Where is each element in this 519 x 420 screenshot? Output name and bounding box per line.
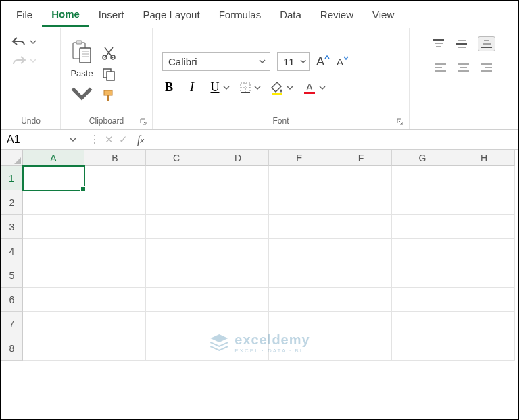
cell-E6[interactable] — [269, 288, 330, 312]
cell-F8[interactable] — [330, 336, 392, 361]
enter-icon[interactable]: ✓ — [119, 134, 128, 146]
chevron-down-icon[interactable] — [70, 136, 76, 143]
chevron-down-icon[interactable] — [254, 84, 261, 91]
cell-H4[interactable] — [453, 239, 515, 263]
borders-button[interactable] — [239, 82, 251, 94]
clipboard-launcher[interactable] — [139, 117, 148, 126]
undo-button[interactable] — [11, 35, 36, 49]
cell-G3[interactable] — [392, 215, 453, 239]
chevron-down-icon[interactable] — [30, 38, 36, 45]
cell-E7[interactable] — [269, 312, 330, 336]
tab-file[interactable]: File — [7, 3, 42, 26]
cell-C8[interactable] — [146, 336, 207, 361]
row-header-8[interactable]: 8 — [1, 336, 23, 361]
cell-A4[interactable] — [23, 239, 84, 263]
cell-F5[interactable] — [330, 263, 392, 288]
cell-H7[interactable] — [453, 312, 515, 336]
cell-D1[interactable] — [207, 166, 269, 190]
cell-B7[interactable] — [84, 312, 146, 336]
cell-D7[interactable] — [207, 312, 269, 336]
row-header-2[interactable]: 2 — [1, 190, 23, 215]
cell-G1[interactable] — [392, 166, 453, 190]
cell-A2[interactable] — [23, 190, 84, 215]
cancel-icon[interactable]: ✕ — [105, 134, 114, 146]
bold-button[interactable]: B — [162, 80, 176, 95]
cell-G8[interactable] — [392, 336, 453, 361]
cell-B5[interactable] — [84, 263, 146, 288]
cell-B1[interactable] — [84, 166, 146, 190]
col-header-f[interactable]: F — [330, 150, 392, 166]
chevron-down-icon[interactable] — [223, 84, 230, 91]
cell-H3[interactable] — [453, 215, 515, 239]
cell-G7[interactable] — [392, 312, 453, 336]
row-header-1[interactable]: 1 — [1, 166, 23, 190]
cell-F2[interactable] — [330, 190, 392, 215]
cell-E4[interactable] — [269, 239, 330, 263]
chevron-down-icon[interactable] — [287, 84, 293, 91]
cell-D6[interactable] — [207, 288, 269, 312]
cell-A8[interactable] — [23, 336, 84, 361]
increase-font-button[interactable]: A — [316, 55, 330, 69]
cell-C7[interactable] — [146, 312, 207, 336]
cell-A5[interactable] — [23, 263, 84, 288]
dots-icon[interactable]: ⋮ — [89, 133, 99, 146]
col-header-h[interactable]: H — [453, 150, 515, 166]
cell-C3[interactable] — [146, 215, 207, 239]
fx-icon[interactable]: fx — [133, 134, 148, 146]
formula-input[interactable] — [155, 130, 518, 149]
italic-button[interactable]: I — [185, 80, 199, 95]
tab-view[interactable]: View — [363, 3, 403, 26]
cell-B2[interactable] — [84, 190, 146, 215]
tab-insert[interactable]: Insert — [89, 3, 134, 26]
row-header-4[interactable]: 4 — [1, 239, 23, 263]
tab-review[interactable]: Review — [311, 3, 363, 26]
paste-button[interactable]: Paste — [66, 37, 97, 109]
decrease-font-button[interactable]: A — [337, 56, 349, 68]
col-header-d[interactable]: D — [207, 150, 269, 166]
align-left-button[interactable] — [434, 62, 447, 73]
tab-formulas[interactable]: Formulas — [209, 3, 271, 26]
cell-F1[interactable] — [330, 166, 392, 190]
cell-C4[interactable] — [146, 239, 207, 263]
font-launcher[interactable] — [395, 117, 405, 126]
cell-D2[interactable] — [207, 190, 269, 215]
cell-F4[interactable] — [330, 239, 392, 263]
align-middle-button[interactable] — [455, 36, 468, 51]
cell-C2[interactable] — [146, 190, 207, 215]
row-header-3[interactable]: 3 — [1, 215, 23, 239]
chevron-down-icon[interactable] — [319, 84, 326, 91]
cell-D8[interactable] — [207, 336, 269, 361]
cell-F7[interactable] — [330, 312, 392, 336]
name-box[interactable]: A1 — [1, 130, 82, 149]
copy-button[interactable] — [101, 67, 116, 82]
align-right-button[interactable] — [480, 62, 493, 73]
col-header-e[interactable]: E — [269, 150, 330, 166]
cell-B8[interactable] — [84, 336, 146, 361]
cell-A6[interactable] — [23, 288, 84, 312]
tab-home[interactable]: Home — [42, 3, 89, 27]
cell-A1[interactable] — [23, 166, 84, 190]
fill-color-button[interactable] — [270, 81, 284, 95]
cell-B3[interactable] — [84, 215, 146, 239]
cell-B6[interactable] — [84, 288, 146, 312]
cell-C1[interactable] — [146, 166, 207, 190]
cell-D4[interactable] — [207, 239, 269, 263]
font-size-combo[interactable]: 11 — [277, 52, 310, 71]
chevron-down-icon[interactable] — [30, 57, 36, 64]
format-painter-button[interactable] — [101, 88, 116, 103]
cell-E1[interactable] — [269, 166, 330, 190]
cell-G6[interactable] — [392, 288, 453, 312]
row-header-5[interactable]: 5 — [1, 263, 23, 288]
align-bottom-button[interactable] — [478, 36, 495, 51]
col-header-c[interactable]: C — [146, 150, 207, 166]
cut-button[interactable] — [101, 45, 116, 60]
cell-F3[interactable] — [330, 215, 392, 239]
align-top-button[interactable] — [432, 36, 445, 51]
cell-G4[interactable] — [392, 239, 453, 263]
cell-H2[interactable] — [453, 190, 515, 215]
cell-G2[interactable] — [392, 190, 453, 215]
col-header-g[interactable]: G — [392, 150, 453, 166]
chevron-down-icon[interactable] — [300, 58, 306, 65]
align-center-button[interactable] — [457, 62, 470, 73]
cell-H1[interactable] — [453, 166, 515, 190]
